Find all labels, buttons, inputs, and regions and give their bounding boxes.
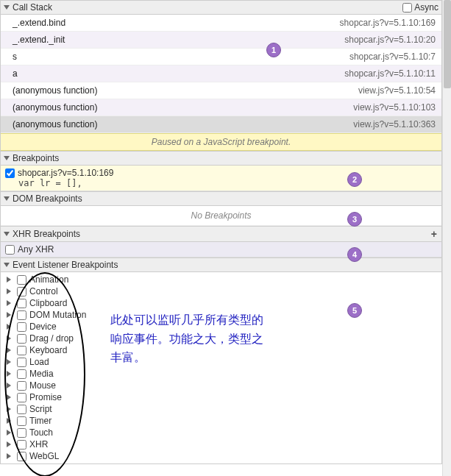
chevron-right-icon <box>7 324 14 330</box>
event-category-label: Promise <box>29 392 62 402</box>
dom-breakpoints-title: DOM Breakpoints <box>13 193 438 204</box>
breakpoint-checkbox[interactable] <box>5 168 15 178</box>
event-category-label: Keyboard <box>29 345 67 355</box>
event-category-label: Media <box>29 369 54 379</box>
event-category-item[interactable]: Control <box>7 285 441 297</box>
event-category-checkbox[interactable] <box>17 358 26 367</box>
event-category-checkbox[interactable] <box>17 299 26 308</box>
event-category-checkbox[interactable] <box>17 322 26 332</box>
event-category-label: Load <box>29 357 49 367</box>
stack-frame[interactable]: (anonymous function) view.js?v=5.1.10:10… <box>1 99 441 116</box>
event-category-item[interactable]: Timer <box>7 415 441 427</box>
chevron-right-icon <box>7 335 14 341</box>
chevron-right-icon <box>7 453 14 459</box>
dom-breakpoints-empty: No Breakpoints <box>1 206 441 226</box>
vertical-scrollbar[interactable] <box>442 0 451 476</box>
stack-frame[interactable]: (anonymous function) view.js?v=5.1.10:54 <box>1 82 441 99</box>
breakpoints-title: Breakpoints <box>13 153 438 163</box>
chevron-right-icon <box>7 406 14 412</box>
event-category-checkbox[interactable] <box>17 416 26 426</box>
event-category-item[interactable]: Script <box>7 403 441 415</box>
chevron-right-icon <box>7 441 14 447</box>
event-category-label: DOM Mutation <box>29 310 86 320</box>
event-category-item[interactable]: WebGL <box>7 450 441 462</box>
chevron-right-icon <box>7 288 14 294</box>
stack-frame[interactable]: a shopcar.js?v=5.1.10:11 <box>1 65 441 82</box>
chevron-right-icon <box>7 418 14 424</box>
breakpoint-code: var lr = [], <box>5 178 437 188</box>
chevron-down-icon <box>4 232 10 236</box>
chevron-right-icon <box>7 312 14 318</box>
callstack-frames: _.extend.bind shopcar.js?v=5.1.10:169 _.… <box>1 15 441 133</box>
event-category-checkbox[interactable] <box>17 440 26 450</box>
breakpoints-header[interactable]: Breakpoints <box>1 151 441 166</box>
event-category-label: Drag / drop <box>29 333 74 344</box>
stack-frame[interactable]: s shopcar.js?v=5.1.10:7 <box>1 49 441 65</box>
annotation-badge-2: 2 <box>347 172 362 187</box>
callstack-title: Call Stack <box>13 2 402 13</box>
event-category-checkbox[interactable] <box>17 428 26 438</box>
chevron-right-icon <box>7 383 14 388</box>
annotation-badge-3: 3 <box>347 212 362 227</box>
chevron-right-icon <box>7 430 14 436</box>
event-category-item[interactable]: Media <box>7 368 441 380</box>
event-category-checkbox[interactable] <box>17 393 26 402</box>
event-category-checkbox[interactable] <box>17 405 26 414</box>
event-category-item[interactable]: Animation <box>7 274 441 285</box>
event-category-checkbox[interactable] <box>17 275 26 285</box>
event-category-item[interactable]: XHR <box>7 438 441 450</box>
chevron-right-icon <box>7 359 14 365</box>
annotation-badge-5: 5 <box>347 303 362 318</box>
chevron-down-icon <box>4 5 10 10</box>
breakpoint-row[interactable]: shopcar.js?v=5.1.10:169 var lr = [], <box>1 166 441 191</box>
annotation-text: 此处可以监听几乎所有类型的响应事件。功能之大，类型之丰富。 <box>110 310 272 367</box>
any-xhr-label: Any XHR <box>18 244 54 255</box>
chevron-right-icon <box>7 371 14 377</box>
event-category-label: XHR <box>29 439 48 450</box>
event-category-checkbox[interactable] <box>17 346 26 355</box>
stack-frame[interactable]: _.extend._init shopcar.js?v=5.1.10:20 <box>1 32 441 49</box>
xhr-breakpoints-header[interactable]: XHR Breakpoints + <box>1 226 441 242</box>
debugger-panel: Call Stack Async _.extend.bind shopcar.j… <box>0 0 442 464</box>
chevron-right-icon <box>7 277 14 283</box>
dom-breakpoints-header[interactable]: DOM Breakpoints <box>1 191 441 206</box>
event-category-label: Script <box>29 404 52 414</box>
event-breakpoints-header[interactable]: Event Listener Breakpoints <box>1 257 441 272</box>
event-category-label: Animation <box>29 274 68 285</box>
event-category-label: Clipboard <box>29 298 67 308</box>
event-breakpoints-title: Event Listener Breakpoints <box>13 260 438 270</box>
event-category-checkbox[interactable] <box>17 310 26 320</box>
any-xhr-row[interactable]: Any XHR <box>1 242 441 257</box>
breakpoint-location: shopcar.js?v=5.1.10:169 <box>18 168 113 178</box>
event-category-checkbox[interactable] <box>17 369 26 379</box>
event-category-item[interactable]: Promise <box>7 391 441 403</box>
stack-frame[interactable]: _.extend.bind shopcar.js?v=5.1.10:169 <box>1 15 441 32</box>
chevron-right-icon <box>7 394 14 400</box>
event-category-item[interactable]: Mouse <box>7 380 441 391</box>
paused-message: Paused on a JavaScript breakpoint. <box>1 133 441 151</box>
event-category-label: WebGL <box>29 451 59 461</box>
event-category-checkbox[interactable] <box>17 287 26 296</box>
async-label: Async <box>414 2 438 13</box>
event-category-checkbox[interactable] <box>17 452 26 461</box>
chevron-down-icon <box>4 263 10 267</box>
event-category-item[interactable]: Clipboard <box>7 297 441 309</box>
scrollbar-thumb[interactable] <box>444 0 451 88</box>
callstack-header[interactable]: Call Stack Async <box>1 0 441 15</box>
stack-frame[interactable]: (anonymous function) view.js?v=5.1.10:36… <box>1 116 441 133</box>
event-list: AnimationControlClipboardDOM MutationDev… <box>1 272 441 463</box>
annotation-badge-4: 4 <box>347 247 362 262</box>
event-category-label: Mouse <box>29 380 56 391</box>
async-toggle[interactable]: Async <box>402 2 438 13</box>
event-category-item[interactable]: Touch <box>7 427 441 438</box>
async-checkbox[interactable] <box>402 3 412 13</box>
event-category-label: Timer <box>29 416 52 426</box>
any-xhr-checkbox[interactable] <box>5 245 15 255</box>
add-xhr-breakpoint-button[interactable]: + <box>430 228 438 240</box>
chevron-right-icon <box>7 300 14 306</box>
chevron-down-icon <box>4 156 10 160</box>
xhr-breakpoints-title: XHR Breakpoints <box>13 229 430 239</box>
event-category-checkbox[interactable] <box>17 381 26 391</box>
annotation-badge-1: 1 <box>266 43 281 57</box>
event-category-checkbox[interactable] <box>17 334 26 344</box>
